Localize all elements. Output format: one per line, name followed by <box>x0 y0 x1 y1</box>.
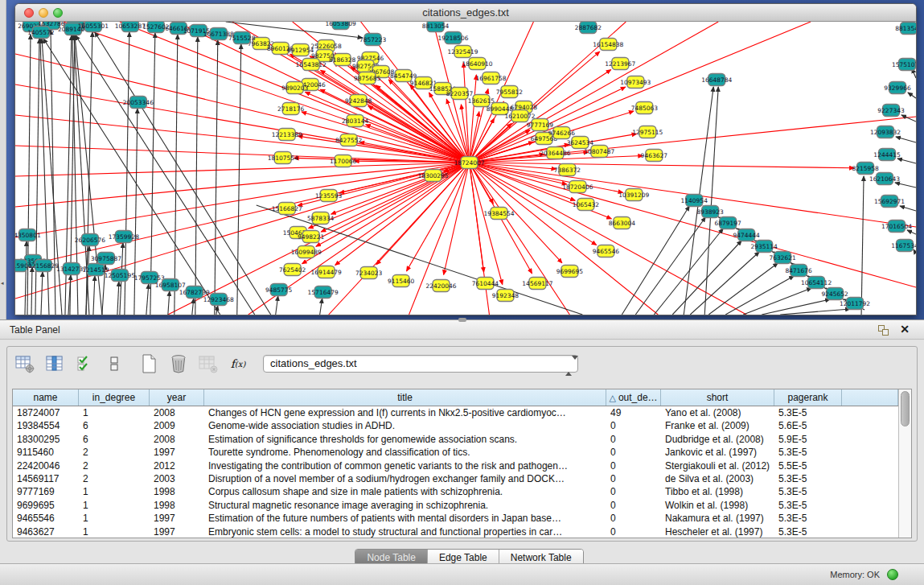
graph-node[interactable]: 9329966 <box>884 82 911 94</box>
graph-node[interactable]: 9875685 <box>354 72 381 84</box>
graph-node[interactable]: 12975115 <box>632 126 663 138</box>
column-header-year[interactable]: year <box>150 389 204 406</box>
table-row[interactable]: 977716911998Corpus callosum shape and si… <box>13 485 898 498</box>
graph-node[interactable]: 20364486 <box>540 147 570 159</box>
graph-node[interactable]: 2718176 <box>277 103 305 115</box>
table-select-dropdown[interactable]: citations_edges.txt <box>263 355 578 373</box>
graph-node[interactable]: 6879197 <box>715 217 742 229</box>
graph-node[interactable]: 4350801 <box>15 229 41 241</box>
graph-node[interactable]: 12093832 <box>870 126 901 138</box>
graph-node[interactable]: 16648784 <box>701 74 732 86</box>
graph-node[interactable]: 9245652 <box>821 288 848 300</box>
memory-status-icon[interactable] <box>887 569 898 580</box>
graph-node[interactable]: 16154838 <box>593 39 623 51</box>
graph-node[interactable]: 10973493 <box>620 76 651 89</box>
table-row[interactable]: 1938455462009Genome-wide association stu… <box>13 419 898 432</box>
graph-node[interactable]: 7485063 <box>631 102 659 114</box>
close-panel-icon[interactable]: ✕ <box>900 323 910 336</box>
graph-node[interactable]: 9498221 <box>298 231 325 243</box>
graph-node[interactable]: 7632621 <box>769 252 796 264</box>
graph-node[interactable]: 8912954 <box>287 44 314 56</box>
scrollbar-thumb[interactable] <box>901 391 910 426</box>
graph-node[interactable]: 15716479 <box>308 286 339 299</box>
select-all-button[interactable] <box>73 353 96 374</box>
column-header-title[interactable]: title <box>204 389 606 406</box>
graph-node[interactable]: 12923468 <box>203 294 234 306</box>
network-graph-canvas[interactable]: 1872400779638228960128891295425226058982… <box>15 22 916 315</box>
graph-node[interactable]: 8813544 <box>895 23 916 35</box>
column-header-name[interactable]: name <box>13 389 79 406</box>
graph-node[interactable]: 7386372 <box>554 164 581 176</box>
graph-node[interactable]: 9192348 <box>492 290 519 302</box>
graph-node[interactable]: 8471676 <box>785 265 812 277</box>
table-row[interactable]: 2242004622012Investigating the contribut… <box>13 459 898 472</box>
graph-node[interactable]: 9890203 <box>281 82 309 94</box>
float-panel-icon[interactable] <box>878 325 889 336</box>
graph-node[interactable]: 15166827 <box>272 203 302 215</box>
vertical-scrollbar[interactable] <box>898 389 911 538</box>
graph-node[interactable]: 8813054 <box>422 22 450 32</box>
row-height-button[interactable] <box>103 353 125 374</box>
graph-node[interactable]: 1065432 <box>573 199 600 211</box>
graph-node[interactable]: 17359928 <box>109 231 139 243</box>
table-row[interactable]: 946554611997Estimation of the future num… <box>13 512 898 525</box>
graph-node[interactable]: 30975887 <box>91 253 121 265</box>
graph-node[interactable]: 5878334 <box>307 212 335 225</box>
graph-node[interactable]: 9463627 <box>641 150 668 162</box>
select-columns-button[interactable] <box>43 353 66 374</box>
graph-node[interactable]: 9115460 <box>388 275 415 287</box>
graph-node[interactable]: 1140954 <box>681 195 708 207</box>
column-header-pagerank[interactable]: pagerank <box>774 389 842 406</box>
table-row[interactable]: 946362711997Embryonic stem cells: a mode… <box>13 525 898 538</box>
graph-node[interactable]: 15751074 <box>892 59 916 71</box>
graph-node[interactable]: 16961758 <box>475 72 506 84</box>
graph-node[interactable]: 18107554 <box>268 152 298 164</box>
graph-node[interactable]: 12213967 <box>605 58 635 70</box>
graph-node[interactable]: 1244415 <box>873 149 901 161</box>
splitter-handle[interactable] <box>458 318 466 322</box>
graph-node[interactable]: 9465546 <box>593 245 620 257</box>
graph-node[interactable]: 16210072 <box>504 110 535 122</box>
graph-node[interactable]: 10391209 <box>618 189 649 201</box>
graph-node[interactable]: 16053809 <box>326 22 356 30</box>
graph-node[interactable]: 12011792 <box>840 298 870 310</box>
delete-table-button[interactable] <box>197 353 220 374</box>
graph-node[interactable]: 9474444 <box>733 229 761 241</box>
graph-node[interactable]: 7625402 <box>279 264 306 276</box>
panel-collapse-arrow-icon[interactable]: ◂ <box>1 280 4 286</box>
graph-node[interactable]: 7234023 <box>355 267 383 279</box>
graph-node[interactable]: 2887682 <box>575 22 602 34</box>
graph-node[interactable]: 26206576 <box>75 234 105 246</box>
graph-node[interactable]: 7857223 <box>359 34 387 46</box>
graph-node[interactable]: 16914479 <box>311 266 342 278</box>
table-row[interactable]: 969969511998Structural magnetic resonanc… <box>13 499 898 512</box>
graph-node[interactable]: 19384554 <box>483 208 514 220</box>
column-header-in-degree[interactable]: in_degree <box>79 389 150 406</box>
graph-node[interactable]: 12505195 <box>105 270 135 282</box>
delete-entry-button[interactable] <box>167 353 190 374</box>
graph-node[interactable]: 9485775 <box>265 284 293 296</box>
graph-node[interactable]: 1170066 <box>330 155 357 167</box>
table-settings-button[interactable] <box>14 353 36 374</box>
graph-node[interactable]: 10807487 <box>584 146 614 158</box>
graph-node[interactable]: 14569117 <box>522 278 552 290</box>
table-row[interactable]: 911546021997Tourette syndrome. Phenomeno… <box>13 446 898 459</box>
graph-node[interactable]: 18720406 <box>562 181 593 193</box>
graph-node[interactable]: 16099489 <box>291 246 322 258</box>
graph-node[interactable]: 8427552 <box>335 134 363 146</box>
graph-node[interactable]: 2935114 <box>751 241 778 253</box>
graph-node[interactable]: 20053346 <box>123 97 154 109</box>
column-header-short[interactable]: short <box>661 389 774 406</box>
graph-node[interactable]: 9227343 <box>877 105 905 117</box>
graph-node[interactable]: 8663004 <box>609 217 636 229</box>
graph-node[interactable]: 19218506 <box>437 32 468 44</box>
graph-node[interactable]: 8215958 <box>852 163 879 175</box>
column-header-out-de-[interactable]: △out_de… <box>606 389 661 406</box>
table-row[interactable]: 1830029562008Estimation of significance … <box>13 433 898 446</box>
graph-node[interactable]: 10654112 <box>801 277 832 289</box>
graph-node[interactable]: 1235593 <box>315 190 343 202</box>
new-document-button[interactable] <box>138 353 160 374</box>
graph-node[interactable]: 3624534 <box>567 137 594 149</box>
graph-node[interactable]: 22420046 <box>425 280 456 292</box>
graph-node[interactable]: 9699695 <box>556 266 584 278</box>
